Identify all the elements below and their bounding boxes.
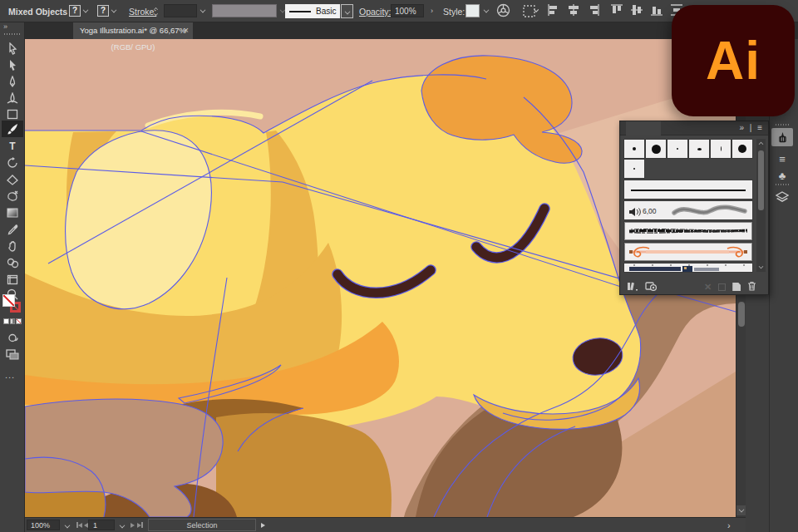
artboard-chevron-icon[interactable]	[120, 523, 126, 529]
calligraphic-brush-7[interactable]	[623, 159, 645, 179]
selection-tool[interactable]	[2, 41, 23, 56]
style-swatch[interactable]	[466, 4, 480, 17]
gradient-tool[interactable]	[2, 205, 23, 220]
calligraphic-brush-1[interactable]	[623, 139, 645, 159]
screen-mode-button[interactable]	[2, 347, 23, 362]
zoom-level-field[interactable]: 100%	[27, 520, 60, 530]
scroll-up-icon[interactable]	[759, 142, 764, 147]
brushes-panel-tab[interactable]	[626, 121, 661, 135]
stroke-weight-stepper[interactable]	[153, 5, 160, 17]
scroll-right-icon[interactable]: ›	[727, 520, 731, 530]
scrollbar-thumb[interactable]	[738, 302, 745, 327]
brush-dot-preview	[652, 145, 661, 154]
opacity-more-button[interactable]: ›	[426, 4, 437, 17]
brush-definition-dropdown[interactable]: Basic	[285, 4, 340, 18]
rectangle-tool[interactable]	[2, 106, 23, 121]
panel-menu-icon[interactable]: ≡	[757, 123, 764, 132]
align-left-icon[interactable]	[547, 3, 560, 20]
variable-width-profile-dropdown[interactable]	[212, 4, 277, 17]
calligraphic-brush-6[interactable]	[732, 139, 753, 159]
document-tab[interactable]: Yoga Illustration.ai* @ 66,67% (RGB/ GPU…	[73, 22, 193, 39]
style-chevron-icon[interactable]	[484, 7, 490, 13]
eraser-tool[interactable]	[2, 172, 23, 187]
status-text-field[interactable]: Selection	[148, 519, 256, 531]
edit-toolbar-button[interactable]: ...	[5, 370, 15, 380]
artboard-number-field[interactable]: 1	[88, 520, 115, 530]
color-button[interactable]	[3, 318, 9, 324]
type-tool[interactable]: T	[2, 139, 23, 154]
stepper-down-icon[interactable]	[154, 12, 158, 16]
calligraphic-brush-3[interactable]	[667, 139, 688, 159]
toolbar-collapse-icon[interactable]: »	[3, 22, 7, 31]
brush-item-charcoal[interactable]	[623, 221, 753, 241]
hand-tool[interactable]	[2, 239, 23, 254]
align-top-icon[interactable]	[610, 3, 623, 20]
paintbrush-tool[interactable]	[2, 121, 23, 137]
basic-line-preview	[631, 190, 746, 191]
align-middle-vertical-icon[interactable]	[630, 3, 643, 20]
first-artboard-icon[interactable]	[78, 523, 82, 528]
recolor-artwork-icon[interactable]	[496, 3, 510, 21]
next-artboard-icon[interactable]	[131, 523, 135, 528]
draw-mode-button[interactable]	[2, 330, 23, 345]
illustrator-logo: Ai	[672, 5, 795, 116]
panel-scrollbar[interactable]	[756, 139, 766, 272]
calligraphic-brush-5[interactable]	[710, 139, 732, 159]
opacity-label[interactable]: Opacity:	[359, 7, 392, 17]
stroke-swatch-button[interactable]: ?	[97, 5, 109, 17]
artboard-tool[interactable]	[2, 272, 23, 287]
tab-close-icon[interactable]: ×	[184, 22, 189, 38]
last-artboard-icon[interactable]	[141, 522, 143, 528]
brush-definition-chevron[interactable]	[341, 4, 353, 18]
shape-builder-tool[interactable]	[2, 189, 23, 204]
direct-selection-tool[interactable]	[2, 57, 23, 72]
stroke-weight-chevron-icon[interactable]	[200, 7, 206, 13]
libraries-panel-icon[interactable]	[645, 279, 658, 294]
dock-panel-brushes[interactable]	[771, 128, 793, 146]
brush-libraries-icon[interactable]	[627, 279, 638, 294]
status-expand-icon[interactable]	[261, 523, 265, 528]
brush-item-charcoal-wave[interactable]: 6,00	[623, 200, 753, 220]
rotate-tool[interactable]	[2, 155, 23, 170]
zoom-chevron-icon[interactable]	[65, 523, 71, 529]
fill-color-swatch[interactable]	[2, 294, 15, 307]
stroke-weight-field[interactable]	[164, 4, 197, 17]
delete-brush-icon[interactable]	[747, 279, 756, 294]
brushes-panel-header[interactable]: » | ≡	[620, 121, 768, 135]
selection-info-label: Mixed Objects	[8, 7, 67, 17]
eyedropper-tool[interactable]	[2, 222, 23, 237]
calligraphic-brush-4[interactable]	[688, 139, 710, 159]
dock-panel-symbols[interactable]: ♣	[771, 166, 793, 185]
dock-grip[interactable]	[776, 124, 789, 126]
scroll-down-icon[interactable]	[759, 264, 764, 269]
curvature-tool[interactable]	[2, 91, 23, 106]
panel-collapse-icon[interactable]: »	[739, 123, 746, 132]
brushes-panel-footer: ✕	[620, 279, 768, 294]
brush-options-icon	[718, 283, 726, 291]
pen-tool[interactable]	[2, 74, 23, 89]
gradient-button[interactable]	[10, 318, 16, 324]
blend-tool[interactable]	[2, 255, 23, 270]
brush-item-basic-line[interactable]	[623, 180, 753, 200]
brush-item-arrow[interactable]	[623, 242, 753, 262]
none-button[interactable]	[16, 318, 22, 324]
align-center-horizontal-icon[interactable]	[567, 3, 580, 20]
fill-chevron-icon[interactable]	[83, 7, 89, 13]
dock-grip[interactable]	[776, 184, 789, 185]
new-brush-icon[interactable]	[732, 283, 741, 291]
panel-scrollbar-thumb[interactable]	[758, 150, 764, 210]
dock-panel-layers[interactable]	[771, 188, 793, 206]
align-bottom-icon[interactable]	[650, 3, 663, 20]
stroke-chevron-icon[interactable]	[111, 7, 117, 13]
fill-swatch-button[interactable]: ?	[69, 5, 81, 17]
calligraphic-brush-2[interactable]	[645, 139, 667, 159]
align-right-icon[interactable]	[587, 3, 600, 20]
brush-stroke-preview	[289, 11, 311, 12]
opacity-field[interactable]: 100%	[391, 4, 424, 17]
brush-dot-preview	[677, 148, 678, 150]
fill-stroke-indicator[interactable]	[2, 294, 22, 314]
brush-item-pattern[interactable]	[623, 263, 753, 273]
toolbar-grip[interactable]	[4, 33, 21, 35]
dock-panel-stroke[interactable]: ≡	[771, 150, 793, 168]
select-similar-icon[interactable]	[523, 5, 541, 21]
